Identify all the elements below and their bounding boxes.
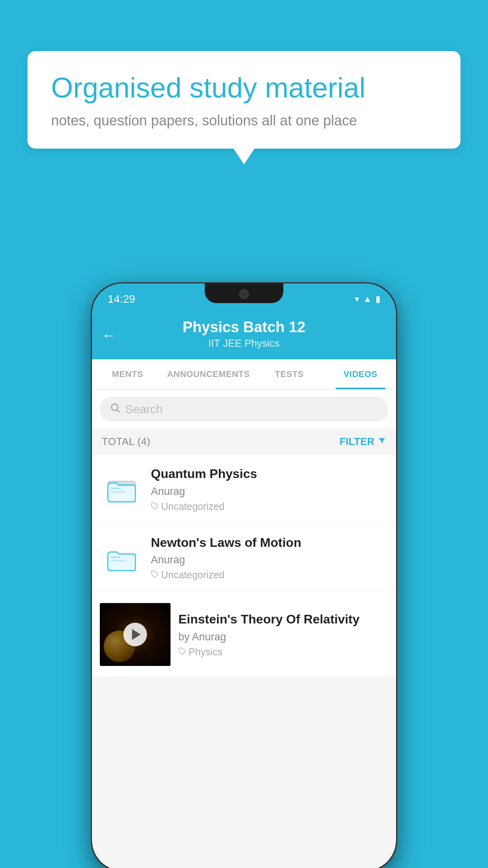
tag-icon bbox=[178, 646, 186, 658]
speech-bubble-container: Organised study material notes, question… bbox=[28, 51, 460, 149]
video-tag: Uncategorized bbox=[151, 501, 388, 512]
svg-rect-4 bbox=[111, 488, 121, 489]
filter-label: FILTER bbox=[339, 436, 374, 448]
list-item[interactable]: Newton's Laws of Motion Anurag Uncategor… bbox=[92, 524, 396, 592]
video-author: by Anurag bbox=[178, 631, 388, 643]
phone-screen: 14:29 ▾ ▲ ▮ ← Physics Batch 12 IIT JEE P… bbox=[92, 283, 396, 868]
filter-bar: TOTAL (4) FILTER bbox=[92, 428, 396, 455]
play-triangle-icon bbox=[132, 629, 141, 640]
tab-tests[interactable]: TESTS bbox=[254, 359, 325, 389]
svg-rect-8 bbox=[111, 560, 126, 561]
video-thumbnail bbox=[100, 603, 171, 666]
front-camera bbox=[239, 289, 249, 299]
phone-device: 14:29 ▾ ▲ ▮ ← Physics Batch 12 IIT JEE P… bbox=[91, 282, 397, 868]
svg-rect-7 bbox=[111, 556, 121, 558]
list-item[interactable]: Einstein's Theory Of Relativity by Anura… bbox=[92, 592, 396, 677]
batch-title: Physics Batch 12 bbox=[104, 319, 384, 336]
tag-text: Uncategorized bbox=[161, 569, 224, 581]
speech-bubble-subtitle: notes, question papers, solutions all at… bbox=[51, 112, 437, 129]
tabs-bar: MENTS ANNOUNCEMENTS TESTS VIDEOS bbox=[92, 359, 396, 390]
video-info: Einstein's Theory Of Relativity by Anura… bbox=[178, 611, 388, 658]
filter-button[interactable]: FILTER bbox=[339, 436, 386, 448]
tag-text: Uncategorized bbox=[161, 501, 224, 512]
video-author: Anurag bbox=[151, 554, 388, 566]
filter-icon bbox=[378, 436, 386, 448]
search-bar[interactable]: Search bbox=[100, 397, 388, 421]
video-info: Newton's Laws of Motion Anurag Uncategor… bbox=[151, 535, 388, 581]
tag-icon bbox=[151, 569, 159, 581]
speech-bubble-title: Organised study material bbox=[51, 71, 437, 105]
battery-icon: ▮ bbox=[376, 294, 380, 304]
batch-subtitle: IIT JEE Physics bbox=[104, 337, 384, 349]
folder-icon-wrap bbox=[100, 543, 143, 572]
video-title: Newton's Laws of Motion bbox=[151, 535, 388, 551]
total-count: TOTAL (4) bbox=[102, 436, 150, 448]
speech-bubble: Organised study material notes, question… bbox=[28, 51, 460, 149]
svg-rect-5 bbox=[111, 491, 126, 493]
video-list: Quantum Physics Anurag Uncategorized bbox=[92, 455, 396, 677]
folder-icon-wrap bbox=[100, 474, 143, 504]
video-author: Anurag bbox=[151, 485, 388, 498]
video-info: Quantum Physics Anurag Uncategorized bbox=[151, 466, 388, 512]
tag-text: Physics bbox=[189, 646, 222, 658]
list-item[interactable]: Quantum Physics Anurag Uncategorized bbox=[92, 455, 396, 524]
video-tag: Physics bbox=[178, 646, 388, 658]
video-title: Quantum Physics bbox=[151, 466, 388, 482]
search-placeholder: Search bbox=[125, 403, 163, 416]
phone-notch bbox=[205, 283, 283, 303]
back-button[interactable]: ← bbox=[102, 327, 116, 344]
video-title: Einstein's Theory Of Relativity bbox=[178, 611, 388, 628]
tab-announcements[interactable]: ANNOUNCEMENTS bbox=[163, 359, 254, 389]
search-icon bbox=[110, 402, 121, 416]
folder-icon bbox=[107, 474, 136, 504]
svg-line-1 bbox=[117, 410, 119, 412]
app-header: ← Physics Batch 12 IIT JEE Physics bbox=[92, 311, 396, 359]
tag-icon bbox=[151, 501, 159, 512]
status-time: 14:29 bbox=[108, 293, 135, 305]
wifi-icon: ▾ bbox=[355, 294, 359, 304]
svg-point-0 bbox=[112, 404, 118, 410]
video-tag: Uncategorized bbox=[151, 569, 388, 581]
tab-ments[interactable]: MENTS bbox=[92, 359, 163, 389]
status-icons: ▾ ▲ ▮ bbox=[355, 294, 380, 304]
signal-icon: ▲ bbox=[363, 294, 372, 304]
tab-videos[interactable]: VIDEOS bbox=[325, 359, 396, 389]
search-container: Search bbox=[92, 390, 396, 428]
play-button[interactable] bbox=[123, 623, 147, 646]
folder-icon bbox=[107, 543, 136, 572]
